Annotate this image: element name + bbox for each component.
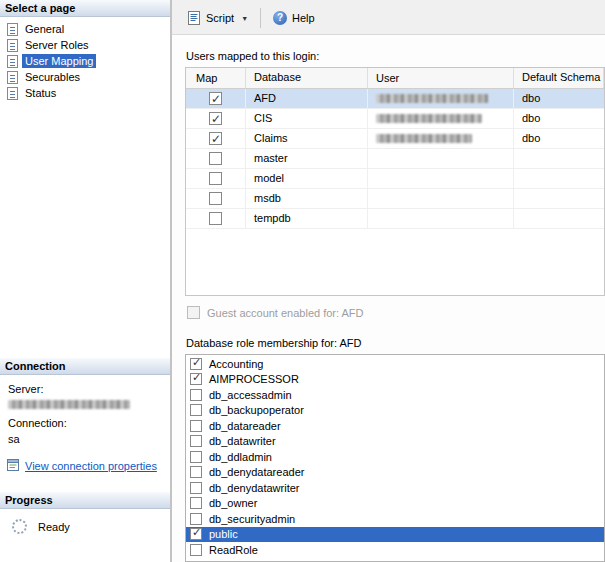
page-list: GeneralServer RolesUser MappingSecurable…: [0, 17, 170, 358]
role-label: Accounting: [209, 358, 263, 370]
role-checkbox[interactable]: [190, 466, 202, 478]
table-row-cis[interactable]: CISdbo: [186, 109, 604, 129]
database-cell: CIS: [246, 109, 368, 128]
role-checkbox[interactable]: [190, 497, 202, 509]
connection-panel: Server: Connection: sa View connection p…: [0, 375, 170, 492]
table-row-claims[interactable]: Claimsdbo: [186, 129, 604, 149]
role-item-db-denydatawriter[interactable]: db_denydatawriter: [186, 480, 604, 496]
progress-spinner-icon: [12, 519, 27, 534]
role-checkbox[interactable]: [190, 513, 202, 525]
role-label: db_ddladmin: [209, 451, 272, 463]
role-checkbox[interactable]: [190, 373, 202, 385]
sidebar: Select a page GeneralServer RolesUser Ma…: [0, 0, 171, 562]
role-item-db-datawriter[interactable]: db_datawriter: [186, 434, 604, 450]
default-schema-cell: dbo: [514, 129, 604, 148]
role-item-db-ddladmin[interactable]: db_ddladmin: [186, 449, 604, 465]
user-mapping-table: MapDatabaseUserDefault SchemaAFDdboCISdb…: [185, 67, 605, 296]
role-label: AIMPROCESSOR: [209, 373, 299, 385]
role-checkbox[interactable]: [190, 435, 202, 447]
table-row-model[interactable]: model: [186, 169, 604, 189]
guest-account-checkbox-label: Guest account enabled for: AFD: [207, 307, 364, 319]
map-checkbox[interactable]: [209, 132, 222, 145]
user-cell: [368, 89, 514, 108]
role-item-db-accessadmin[interactable]: db_accessadmin: [186, 387, 604, 403]
help-button[interactable]: ? Help: [266, 7, 322, 29]
role-checkbox[interactable]: [190, 389, 202, 401]
map-checkbox[interactable]: [209, 152, 222, 165]
sidebar-item-label: Server Roles: [22, 38, 92, 52]
sidebar-item-general[interactable]: General: [0, 21, 170, 37]
view-connection-properties-link[interactable]: View connection properties: [25, 460, 157, 472]
role-checkbox[interactable]: [190, 451, 202, 463]
map-checkbox[interactable]: [209, 112, 222, 125]
connection-header: Connection: [0, 358, 170, 375]
sidebar-item-server-roles[interactable]: Server Roles: [0, 37, 170, 53]
role-item-aimprocessor[interactable]: AIMPROCESSOR: [186, 372, 604, 388]
map-cell: [186, 89, 246, 108]
redacted-user-text: [376, 94, 488, 103]
database-cell: Claims: [246, 129, 368, 148]
users-mapped-label: Users mapped to this login:: [186, 50, 319, 62]
view-connection-properties-row: View connection properties: [6, 458, 170, 474]
role-item-db-securityadmin[interactable]: db_securityadmin: [186, 511, 604, 527]
sidebar-item-status[interactable]: Status: [0, 85, 170, 101]
guest-account-checkbox: [187, 306, 200, 319]
connection-properties-icon: [6, 458, 20, 474]
role-label: db_securityadmin: [209, 513, 295, 525]
role-checkbox[interactable]: [190, 404, 202, 416]
script-dropdown-arrow[interactable]: ▼: [241, 15, 248, 22]
column-header-default-schema[interactable]: Default Schema: [514, 68, 604, 88]
map-cell: [186, 169, 246, 188]
default-schema-cell: dbo: [514, 89, 604, 108]
role-checkbox[interactable]: [190, 358, 202, 370]
table-row-master[interactable]: master: [186, 149, 604, 169]
role-label: db_denydatareader: [209, 466, 304, 478]
redacted-user-text: [376, 114, 482, 123]
page-icon: [7, 23, 18, 36]
table-row-msdb[interactable]: msdb: [186, 189, 604, 209]
map-cell: [186, 189, 246, 208]
role-item-accounting[interactable]: Accounting: [186, 356, 604, 372]
role-checkbox[interactable]: [190, 544, 202, 556]
role-label: db_owner: [209, 497, 257, 509]
map-checkbox[interactable]: [209, 92, 222, 105]
role-item-db-owner[interactable]: db_owner: [186, 496, 604, 512]
database-cell: model: [246, 169, 368, 188]
table-row-afd[interactable]: AFDdbo: [186, 89, 604, 109]
column-header-user[interactable]: User: [368, 68, 514, 88]
table-row-tempdb[interactable]: tempdb: [186, 209, 604, 229]
map-checkbox[interactable]: [209, 192, 222, 205]
role-label: db_datareader: [209, 420, 281, 432]
role-checkbox[interactable]: [190, 482, 202, 494]
guest-account-checkbox-row: Guest account enabled for: AFD: [187, 306, 364, 319]
sidebar-item-securables[interactable]: Securables: [0, 69, 170, 85]
role-item-db-denydatareader[interactable]: db_denydatareader: [186, 465, 604, 481]
user-cell: [368, 109, 514, 128]
user-mapping-page: Users mapped to this login: MapDatabaseU…: [171, 35, 605, 562]
role-checkbox[interactable]: [190, 528, 202, 540]
toolbar-separator: [260, 8, 261, 28]
map-cell: [186, 149, 246, 168]
sidebar-item-user-mapping[interactable]: User Mapping: [0, 53, 170, 69]
role-label: db_denydatawriter: [209, 482, 300, 494]
sidebar-item-label: Status: [22, 86, 59, 100]
role-checkbox[interactable]: [190, 420, 202, 432]
database-cell: msdb: [246, 189, 368, 208]
page-icon: [7, 39, 18, 52]
role-item-readrole[interactable]: ReadRole: [186, 542, 604, 558]
role-item-db-backupoperator[interactable]: db_backupoperator: [186, 403, 604, 419]
database-cell: tempdb: [246, 209, 368, 228]
database-cell: AFD: [246, 89, 368, 108]
role-item-public[interactable]: public: [186, 527, 604, 543]
map-cell: [186, 129, 246, 148]
map-checkbox[interactable]: [209, 212, 222, 225]
sidebar-item-label: User Mapping: [22, 54, 96, 68]
role-item-db-datareader[interactable]: db_datareader: [186, 418, 604, 434]
column-header-map[interactable]: Map: [186, 68, 246, 88]
map-checkbox[interactable]: [209, 172, 222, 185]
column-header-database[interactable]: Database: [246, 68, 368, 88]
role-label: db_datawriter: [209, 435, 276, 447]
script-button[interactable]: Script ▼: [180, 7, 255, 30]
user-cell: [368, 189, 514, 208]
default-schema-cell: [514, 189, 604, 208]
